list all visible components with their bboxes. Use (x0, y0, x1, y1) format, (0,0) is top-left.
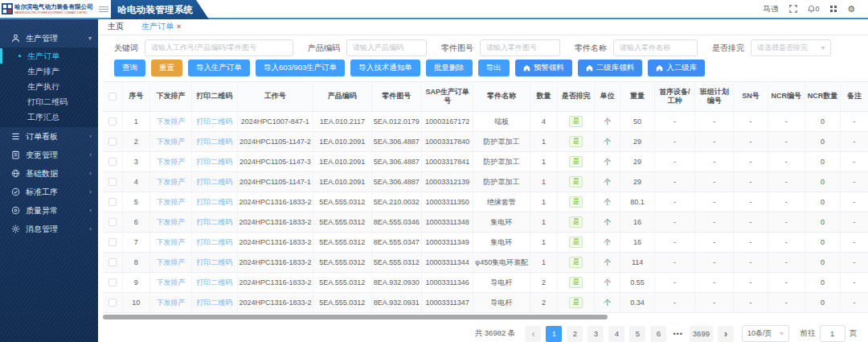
sidebar-item-2[interactable]: 订单看板› (0, 127, 98, 146)
row-checkbox[interactable] (108, 238, 117, 246)
data-icon (10, 169, 20, 179)
重置-button[interactable]: 重置 (151, 60, 182, 76)
sidebar-subitem[interactable]: 生产排产 (0, 64, 98, 79)
select-all-checkbox[interactable] (108, 93, 117, 101)
goto-page-input[interactable]: 1 (820, 325, 845, 342)
sidebar-item-5[interactable]: 标准工序› (0, 183, 98, 201)
dispatch-link[interactable]: 下发排产 (149, 212, 191, 233)
print-qrcode-link[interactable]: 打印二维码 (192, 273, 237, 293)
board-icon (10, 132, 20, 142)
filter-input[interactable]: 请输入产品编码 (346, 39, 427, 56)
row-checkbox[interactable] (108, 138, 117, 146)
print-qrcode-link[interactable]: 打印二维码 (192, 233, 237, 253)
sidebar-item-1[interactable]: 生产管理▾ (0, 29, 98, 47)
row-checkbox[interactable] (108, 278, 117, 286)
filter-label: 零件名称 (575, 43, 607, 54)
page-button-5[interactable]: 5 (629, 326, 645, 342)
filter-label: 关键词 (114, 43, 138, 54)
dispatch-link[interactable]: 下发排产 (149, 112, 191, 132)
user-name[interactable]: 马强 (764, 4, 779, 14)
row-checkbox[interactable] (108, 117, 117, 126)
scheduled-tag: 是 (569, 176, 583, 187)
tab-生产订单[interactable]: 生产订单× (140, 19, 182, 35)
row-checkbox[interactable] (108, 218, 117, 226)
page-button-3[interactable]: 3 (588, 326, 604, 342)
导入生产订单-button[interactable]: 导入生产订单 (188, 60, 250, 76)
批量删除-button[interactable]: 批量删除 (426, 60, 473, 76)
sidebar-subitem[interactable]: 打印二维码 (0, 94, 98, 109)
dispatch-link[interactable]: 下发排产 (149, 273, 191, 293)
filter-label: 产品编码 (308, 43, 340, 54)
filter-input[interactable]: 请输入工作号/产品编码/零件图号 (145, 39, 293, 56)
fullscreen-icon[interactable] (789, 5, 797, 13)
dispatch-link[interactable]: 下发排产 (149, 172, 191, 192)
scheduled-tag: 是 (569, 237, 583, 247)
dispatch-link[interactable]: 下发排产 (149, 192, 191, 212)
dispatch-link[interactable]: 下发排产 (149, 132, 191, 152)
page-button-1[interactable]: 1 (546, 326, 562, 342)
notification-bell-icon[interactable]: 0 (808, 5, 820, 13)
page-button-2[interactable]: 2 (567, 326, 583, 342)
row-checkbox[interactable] (108, 299, 117, 307)
filter-input[interactable]: 请输入零件名称 (613, 39, 698, 56)
horizontal-scrollbar[interactable] (103, 314, 868, 320)
page-ellipsis[interactable]: ••• (671, 330, 684, 338)
导入技术通知单-button[interactable]: 导入技术通知单 (350, 60, 420, 76)
settings-gear-icon[interactable]: ⚙ (847, 4, 855, 14)
tab-主页[interactable]: 主页 (106, 19, 125, 35)
row-checkbox[interactable] (108, 198, 117, 206)
company-logo-icon (2, 3, 13, 14)
filter-select[interactable]: 请选择是否排完▾ (751, 39, 831, 56)
home-icon (586, 64, 593, 72)
print-qrcode-link[interactable]: 打印二维码 (192, 152, 237, 172)
dispatch-link[interactable]: 下发排产 (149, 293, 191, 313)
filter-input[interactable]: 请输入零件图号 (480, 39, 560, 56)
预警领料-button[interactable]: 预警领料 (515, 60, 572, 76)
tab-close-icon[interactable]: × (177, 23, 181, 31)
scrollbar-thumb[interactable] (103, 315, 608, 319)
next-page-button[interactable]: › (718, 326, 734, 342)
page-button-4[interactable]: 4 (608, 326, 624, 342)
page-button-6[interactable]: 6 (650, 326, 666, 342)
company-logo: 哈尔滨电气动力装备有限公司 HARBIN ELECTRIC POWER EQUI… (0, 0, 96, 18)
dispatch-link[interactable]: 下发排产 (149, 152, 191, 172)
print-qrcode-link[interactable]: 打印二维码 (192, 172, 237, 192)
导入603/903生产订单-button[interactable]: 导入603/903生产订单 (256, 60, 345, 76)
sidebar-item-7[interactable]: 消息管理› (0, 220, 98, 238)
prev-page-button[interactable]: ‹ (525, 326, 541, 342)
print-qrcode-link[interactable]: 打印二维码 (192, 132, 237, 152)
row-checkbox[interactable] (108, 158, 117, 166)
sidebar-subitem[interactable]: 生产订单 (0, 48, 98, 64)
chevron-right-icon: › (89, 133, 92, 140)
二级库领料-button[interactable]: 二级库领料 (578, 60, 643, 76)
scheduled-tag: 是 (569, 156, 583, 167)
sidebar-subitem[interactable]: 工序汇总 (0, 109, 98, 125)
print-qrcode-link[interactable]: 打印二维码 (192, 112, 237, 132)
print-qrcode-link[interactable]: 打印二维码 (192, 293, 237, 313)
row-checkbox[interactable] (108, 258, 117, 266)
chevron-right-icon: › (89, 207, 92, 214)
page-button-3699[interactable]: 3699 (690, 326, 713, 342)
page-size-select[interactable]: 10条/页▾ (742, 325, 789, 342)
dispatch-link[interactable]: 下发排产 (149, 233, 191, 253)
pagination-bar: 共 36982 条‹123456•••3699›10条/页▾前往1页 (98, 320, 868, 342)
table-row: 8下发排产打印二维码2024HPC1316-1833-25EA.555.0312… (103, 253, 868, 273)
sidebar-subitem[interactable]: 生产执行 (0, 79, 98, 94)
dispatch-link[interactable]: 下发排产 (149, 253, 191, 273)
print-qrcode-link[interactable]: 打印二维码 (192, 192, 237, 212)
chevron-right-icon: › (89, 151, 92, 159)
sidebar-item-6[interactable]: 质量异常› (0, 201, 98, 220)
collapse-menu-icon[interactable] (96, 0, 111, 18)
row-checkbox[interactable] (108, 178, 117, 186)
column-header: 备注 (841, 82, 868, 112)
sidebar-item-3[interactable]: 变更管理› (0, 146, 98, 164)
print-qrcode-link[interactable]: 打印二维码 (192, 212, 237, 233)
apps-grid-icon[interactable] (830, 6, 837, 13)
bell-count: 0 (816, 5, 820, 13)
chevron-right-icon: › (89, 170, 92, 177)
print-qrcode-link[interactable]: 打印二维码 (192, 253, 237, 273)
查询-button[interactable]: 查询 (114, 60, 145, 76)
导出-button[interactable]: 导出 (478, 60, 510, 76)
sidebar-item-4[interactable]: 基础数据› (0, 164, 98, 183)
入二级库-button[interactable]: 入二级库 (648, 60, 705, 76)
